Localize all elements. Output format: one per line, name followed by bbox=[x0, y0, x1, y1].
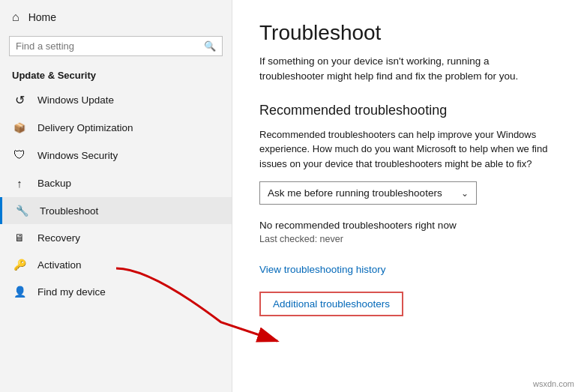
sidebar-item-recovery[interactable]: 🖥 Recovery bbox=[0, 224, 232, 251]
troubleshoot-icon: 🔧 bbox=[14, 205, 29, 217]
search-input[interactable] bbox=[16, 40, 204, 52]
chevron-down-icon: ⌄ bbox=[461, 188, 469, 199]
additional-troubleshooters-button[interactable]: Additional troubleshooters bbox=[259, 292, 403, 316]
main-content: Troubleshoot If something on your device… bbox=[232, 0, 581, 392]
sidebar: ⌂ Home 🔍 Update & Security ↺ Windows Upd… bbox=[0, 0, 232, 392]
sidebar-item-label: Windows Security bbox=[37, 150, 118, 161]
sidebar-item-windows-security[interactable]: 🛡 Windows Security bbox=[0, 141, 232, 169]
sidebar-item-activation[interactable]: 🔑 Activation bbox=[0, 251, 232, 278]
sidebar-item-label: Find my device bbox=[37, 286, 106, 298]
page-title: Troubleshoot bbox=[259, 21, 554, 45]
recovery-icon: 🖥 bbox=[12, 232, 27, 244]
recommended-section-title: Recommended troubleshooting bbox=[259, 103, 554, 118]
recommended-description: Recommended troubleshooters can help imp… bbox=[259, 127, 554, 172]
view-history-link[interactable]: View troubleshooting history bbox=[259, 264, 386, 275]
home-icon: ⌂ bbox=[12, 10, 19, 24]
search-box[interactable]: 🔍 bbox=[9, 36, 223, 56]
sidebar-item-label: Troubleshoot bbox=[40, 205, 98, 217]
watermark: wsxdn.com bbox=[531, 379, 577, 389]
find-device-icon: 👤 bbox=[12, 286, 27, 298]
windows-update-icon: ↺ bbox=[12, 93, 27, 107]
sidebar-item-label: Backup bbox=[37, 178, 71, 189]
sidebar-home-label: Home bbox=[28, 11, 56, 23]
sidebar-item-backup[interactable]: ↑ Backup bbox=[0, 169, 232, 197]
sidebar-item-home[interactable]: ⌂ Home bbox=[0, 3, 232, 31]
sidebar-item-label: Windows Update bbox=[37, 94, 114, 106]
delivery-optimization-icon: 📦 bbox=[12, 122, 27, 133]
backup-icon: ↑ bbox=[12, 177, 27, 190]
search-icon: 🔍 bbox=[204, 40, 216, 52]
sidebar-item-delivery-optimization[interactable]: 📦 Delivery Optimization bbox=[0, 115, 232, 141]
troubleshooter-dropdown[interactable]: Ask me before running troubleshooters ⌄ bbox=[259, 181, 477, 205]
sidebar-item-label: Delivery Optimization bbox=[37, 122, 133, 133]
windows-security-icon: 🛡 bbox=[12, 148, 27, 162]
sidebar-item-windows-update[interactable]: ↺ Windows Update bbox=[0, 85, 232, 115]
last-checked-text: Last checked: never bbox=[259, 234, 554, 244]
no-troubleshooters-text: No recommended troubleshooters right now bbox=[259, 220, 554, 231]
sidebar-item-find-my-device[interactable]: 👤 Find my device bbox=[0, 278, 232, 305]
dropdown-value: Ask me before running troubleshooters bbox=[268, 187, 442, 199]
sidebar-section-title: Update & Security bbox=[0, 64, 232, 85]
settings-window: ⌂ Home 🔍 Update & Security ↺ Windows Upd… bbox=[0, 0, 581, 392]
sidebar-item-label: Recovery bbox=[37, 232, 80, 244]
page-description: If something on your device isn't workin… bbox=[259, 54, 554, 85]
activation-icon: 🔑 bbox=[12, 259, 27, 271]
sidebar-item-troubleshoot[interactable]: 🔧 Troubleshoot bbox=[0, 197, 232, 224]
sidebar-item-label: Activation bbox=[37, 259, 82, 271]
